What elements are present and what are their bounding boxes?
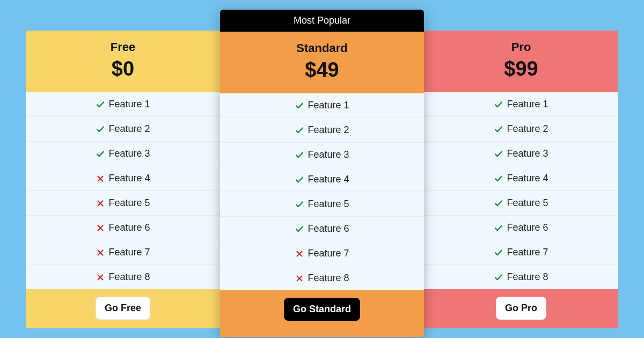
plan-pro-feature-list: Feature 1Feature 2Feature 3Feature 4Feat… [424,92,618,289]
feature-item: Feature 5 [26,191,220,216]
feature-label: Feature 6 [108,222,150,233]
check-icon [494,149,503,159]
cross-icon [96,174,105,183]
plan-free-price: $0 [31,57,215,80]
check-icon [96,100,105,109]
feature-item: Feature 5 [424,191,618,216]
check-icon [96,124,105,134]
plan-standard-feature-list: Feature 1Feature 2Feature 3Feature 4Feat… [220,93,424,290]
feature-label: Feature 5 [507,197,548,209]
feature-item: Feature 8 [424,265,618,289]
feature-item: Feature 5 [220,192,424,217]
plan-pro-header: Pro $99 [424,31,618,92]
check-icon [494,124,503,134]
plan-free-feature-list: Feature 1Feature 2Feature 3Feature 4Feat… [26,92,220,289]
cross-icon [96,248,105,258]
cross-icon [295,249,304,259]
check-icon [295,126,304,135]
feature-item: Feature 3 [424,142,618,166]
feature-item: Feature 1 [424,92,618,117]
feature-label: Feature 1 [308,100,349,111]
feature-label: Feature 6 [507,222,548,233]
feature-item: Feature 6 [220,217,424,241]
go-standard-button[interactable]: Go Standard [284,298,360,321]
check-icon [96,149,105,159]
feature-item: Feature 2 [220,118,424,143]
feature-label: Feature 3 [108,148,150,159]
check-icon [494,248,503,258]
most-popular-badge: Most Popular [220,10,424,32]
feature-label: Feature 3 [507,148,548,159]
feature-label: Feature 3 [308,149,349,160]
plan-free-name: Free [31,40,215,54]
feature-item: Feature 2 [26,117,220,142]
feature-label: Feature 4 [507,173,548,184]
plan-pro-footer: Go Pro [424,289,618,328]
feature-label: Feature 5 [308,199,349,210]
plan-standard-name: Standard [225,41,419,55]
check-icon [295,101,304,111]
feature-item: Feature 4 [424,166,618,191]
plan-free-footer: Go Free [26,289,220,328]
plan-standard-price: $49 [225,58,419,82]
plan-pro: Pro $99 Feature 1Feature 2Feature 3Featu… [424,31,618,328]
plan-pro-name: Pro [429,40,613,54]
plan-standard-footer: Go Standard [220,290,424,337]
plan-free-header: Free $0 [26,31,220,92]
feature-item: Feature 4 [220,167,424,192]
go-pro-button[interactable]: Go Pro [496,297,546,320]
check-icon [494,174,503,183]
check-icon [494,273,503,282]
feature-label: Feature 8 [308,273,349,284]
feature-label: Feature 8 [507,271,548,283]
feature-item: Feature 6 [424,216,618,240]
feature-item: Feature 8 [26,265,220,289]
check-icon [494,199,503,208]
go-free-button[interactable]: Go Free [96,297,150,320]
feature-item: Feature 1 [220,93,424,118]
feature-item: Feature 2 [424,117,618,142]
pricing-table: Free $0 Feature 1Feature 2Feature 3Featu… [26,10,618,328]
check-icon [295,200,304,209]
cross-icon [96,223,105,233]
feature-item: Feature 3 [220,143,424,167]
feature-label: Feature 4 [108,173,150,184]
check-icon [295,150,304,160]
plan-standard-header: Standard $49 [220,32,424,93]
plan-pro-price: $99 [429,57,613,80]
feature-label: Feature 2 [507,123,548,135]
check-icon [494,223,503,233]
cross-icon [96,199,105,208]
feature-label: Feature 4 [308,174,349,185]
check-icon [295,224,304,234]
feature-item: Feature 1 [26,92,220,117]
feature-label: Feature 7 [108,247,150,258]
feature-label: Feature 8 [108,271,150,283]
feature-label: Feature 1 [108,99,150,110]
plan-standard: Most Popular Standard $49 Feature 1Featu… [220,10,424,337]
feature-label: Feature 5 [108,197,150,209]
feature-item: Feature 6 [26,216,220,240]
feature-label: Feature 1 [507,99,548,110]
check-icon [295,175,304,185]
check-icon [494,100,503,109]
feature-label: Feature 2 [308,124,349,136]
cross-icon [96,273,105,282]
feature-item: Feature 3 [26,142,220,166]
feature-item: Feature 8 [220,266,424,290]
feature-label: Feature 7 [308,248,349,259]
cross-icon [295,274,304,283]
feature-label: Feature 6 [308,223,349,234]
feature-item: Feature 7 [220,241,424,266]
feature-item: Feature 7 [424,240,618,265]
plan-free: Free $0 Feature 1Feature 2Feature 3Featu… [26,31,220,328]
feature-item: Feature 7 [26,240,220,265]
feature-label: Feature 2 [108,123,150,135]
feature-item: Feature 4 [26,166,220,191]
feature-label: Feature 7 [507,247,548,258]
